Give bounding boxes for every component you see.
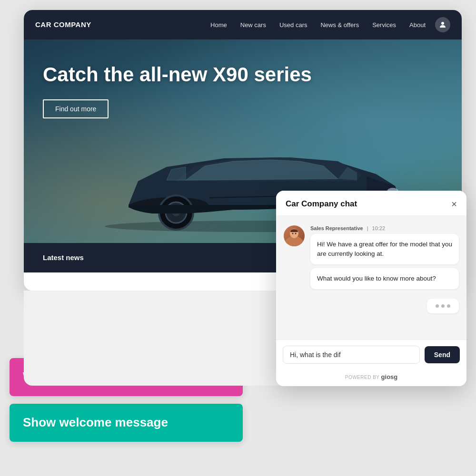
chat-send-button[interactable]: Send — [425, 346, 460, 363]
agent-avatar — [284, 225, 305, 246]
latest-news-label: Latest news — [43, 253, 84, 262]
message-separator: | — [367, 225, 368, 231]
chat-input-area: Send — [276, 340, 466, 369]
chat-input-field[interactable] — [283, 346, 420, 364]
chat-header: Car Company chat × — [276, 191, 466, 216]
nav-about[interactable]: About — [409, 21, 426, 29]
site-logo: CAR COMPANY — [35, 20, 91, 29]
user-icon[interactable] — [435, 17, 450, 32]
chat-body: Sales Representative | 10:22 Hi! We have… — [276, 216, 466, 340]
trigger-show-welcome-label: Show welcome message — [23, 415, 168, 430]
message-timestamp: 10:22 — [372, 225, 386, 231]
nav-news-offers[interactable]: News & offers — [320, 21, 359, 29]
typing-dot-2 — [441, 304, 445, 308]
hero-content: Catch the all-new X90 series Find out mo… — [43, 63, 312, 118]
nav-home[interactable]: Home — [210, 21, 227, 29]
chat-title: Car Company chat — [286, 199, 451, 209]
chat-message-row: Sales Representative | 10:22 Hi! We have… — [284, 225, 459, 293]
powered-by-label: POWERED BY — [345, 375, 380, 380]
hero-title: Catch the all-new X90 series — [43, 63, 312, 86]
trigger-show-welcome[interactable]: Show welcome message — [10, 404, 243, 442]
chat-window: Car Company chat × — [276, 191, 466, 386]
svg-point-0 — [441, 22, 444, 25]
svg-point-13 — [295, 233, 297, 234]
typing-indicator — [284, 299, 459, 313]
site-navigation: CAR COMPANY Home New cars Used cars News… — [24, 10, 462, 39]
chat-bubble-1: Hi! We have a great offer for the model … — [310, 234, 459, 265]
nav-links: Home New cars Used cars News & offers Se… — [210, 20, 426, 29]
chat-footer: POWERED BY giosg — [276, 369, 466, 386]
typing-dot-3 — [447, 304, 450, 308]
sender-info: Sales Representative | 10:22 — [310, 225, 459, 231]
chat-messages-group: Sales Representative | 10:22 Hi! We have… — [310, 225, 459, 293]
nav-used-cars[interactable]: Used cars — [279, 21, 307, 29]
typing-bubble — [427, 299, 459, 313]
powered-by-brand: giosg — [381, 373, 398, 380]
typing-dot-1 — [436, 304, 439, 308]
hero-cta-button[interactable]: Find out more — [43, 99, 109, 118]
sender-name: Sales Representative — [310, 225, 363, 231]
chat-close-button[interactable]: × — [451, 199, 457, 209]
svg-point-12 — [292, 233, 294, 234]
chat-bubble-2: What would you like to know more about? — [310, 268, 459, 289]
nav-new-cars[interactable]: New cars — [240, 21, 266, 29]
nav-services[interactable]: Services — [372, 21, 396, 29]
